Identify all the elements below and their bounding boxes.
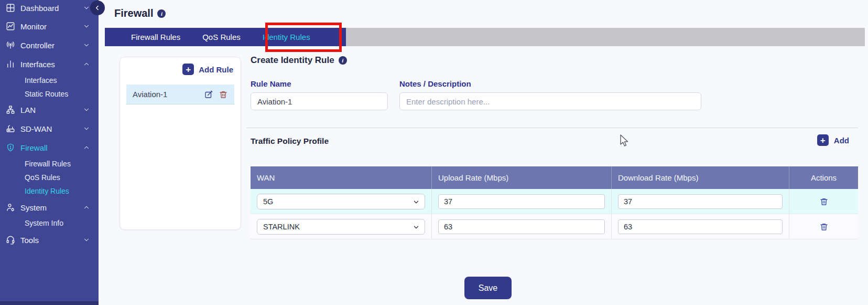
add-traffic-profile-button[interactable]: + Add xyxy=(817,134,849,146)
sidebar-item-firewall[interactable]: Firewall xyxy=(0,140,99,155)
save-button[interactable]: Save xyxy=(464,277,512,299)
sidebar-item-dashboard[interactable]: Dashboard xyxy=(0,0,99,16)
sidebar-subitem-static-routes[interactable]: Static Routes xyxy=(0,87,99,101)
tab-qos-rules[interactable]: QoS Rules xyxy=(202,33,241,41)
delete-icon[interactable] xyxy=(219,90,228,99)
sidebar-subitem-label: QoS Rules xyxy=(25,173,60,182)
create-identity-rule-title: Create Identity Rule i xyxy=(251,55,347,66)
sidebar-subitem-label: System Info xyxy=(25,219,63,227)
shield-icon xyxy=(5,142,16,153)
delete-icon[interactable] xyxy=(819,197,829,206)
sidebar-item-label: Monitor xyxy=(20,22,47,31)
sidebar-subitem-system-info[interactable]: System Info xyxy=(0,216,99,230)
sidebar-item-lan[interactable]: LAN xyxy=(0,102,99,118)
sidebar-item-label: Interfaces xyxy=(20,60,55,69)
sidebar-item-label: Firewall xyxy=(20,143,48,152)
sidebar-subitem-label: Identity Rules xyxy=(25,187,69,195)
chevron-down-icon xyxy=(83,41,90,49)
bar-chart-icon xyxy=(5,59,16,69)
sidebar-subitem-label: Interfaces xyxy=(25,76,57,85)
rule-name-text: Aviation-1 xyxy=(133,90,199,99)
rule-list-item[interactable]: Aviation-1 xyxy=(126,85,234,104)
add-rule-button[interactable]: + Add Rule xyxy=(182,64,233,75)
sidebar-subitem-identity-rules[interactable]: Identity Rules xyxy=(0,184,99,198)
download-rate-input[interactable] xyxy=(618,194,783,209)
chevron-up-icon xyxy=(83,144,90,151)
lan-network-icon xyxy=(5,104,16,115)
sidebar-item-sdwan[interactable]: SD-WAN xyxy=(0,121,99,136)
edit-icon[interactable] xyxy=(204,90,213,99)
sidebar-item-tools[interactable]: Tools xyxy=(0,232,99,248)
plus-icon: + xyxy=(817,134,829,146)
rule-name-input[interactable] xyxy=(251,92,388,110)
tab-firewall-rules[interactable]: Firewall Rules xyxy=(131,33,180,41)
traffic-policy-profile-label: Traffic Policy Profile xyxy=(251,136,329,146)
create-identity-rule-text: Create Identity Rule xyxy=(251,55,334,66)
add-label: Add xyxy=(834,136,849,145)
sidebar-item-label: LAN xyxy=(20,106,36,114)
sidebar-item-monitor[interactable]: Monitor xyxy=(0,18,99,34)
info-icon[interactable]: i xyxy=(157,9,166,18)
sidebar-item-label: Dashboard xyxy=(20,4,59,13)
plus-icon: + xyxy=(182,64,194,75)
sidebar-item-controller[interactable]: Controller xyxy=(0,37,99,53)
chevron-down-icon xyxy=(83,125,90,132)
chevron-up-icon xyxy=(83,204,90,211)
chevron-down-icon xyxy=(413,224,420,231)
chevron-down-icon xyxy=(83,106,90,113)
sidebar-item-label: System xyxy=(20,203,47,212)
main-content: Firewall i Firewall Rules QoS Rules Iden… xyxy=(99,0,868,305)
chevron-left-icon xyxy=(94,4,101,12)
monitor-icon xyxy=(5,21,16,31)
mouse-cursor xyxy=(619,134,630,148)
wan-select-value: 5G xyxy=(263,197,273,206)
sidebar-item-label: Tools xyxy=(20,236,39,245)
wan-select[interactable]: 5G xyxy=(257,194,425,209)
add-rule-label: Add Rule xyxy=(199,65,233,74)
traffic-policy-table: WAN Upload Rate (Mbps) Download Rate (Mb… xyxy=(251,166,858,239)
tab-identity-rules[interactable]: Identity Rules xyxy=(263,33,310,41)
router-icon xyxy=(5,123,16,134)
sidebar-subitem-firewall-rules[interactable]: Firewall Rules xyxy=(0,157,99,171)
wan-select-value: STARLINK xyxy=(263,223,300,231)
sidebar-subitem-interfaces[interactable]: Interfaces xyxy=(0,73,99,87)
controller-antenna-icon xyxy=(5,40,16,50)
chevron-up-icon xyxy=(83,60,90,68)
chevron-down-icon xyxy=(413,198,420,206)
sidebar-subitem-qos-rules[interactable]: QoS Rules xyxy=(0,171,99,184)
sidebar-item-label: SD-WAN xyxy=(20,124,52,133)
page-title-text: Firewall xyxy=(114,7,153,19)
sidebar-bottom-strip xyxy=(0,301,99,305)
tab-bar-active-section: Firewall Rules QoS Rules Identity Rules xyxy=(105,28,346,46)
notes-description-input[interactable] xyxy=(399,92,701,110)
download-rate-input[interactable] xyxy=(618,219,783,234)
info-icon[interactable]: i xyxy=(339,56,347,65)
delete-icon[interactable] xyxy=(819,222,829,232)
sidebar-subitem-label: Static Routes xyxy=(25,90,68,98)
user-gear-icon xyxy=(5,202,16,213)
chevron-down-icon xyxy=(83,4,90,12)
table-header-row: WAN Upload Rate (Mbps) Download Rate (Mb… xyxy=(251,166,858,189)
upload-rate-input[interactable] xyxy=(438,219,605,234)
page-title: Firewall i xyxy=(114,7,166,19)
sidebar-subitem-label: Firewall Rules xyxy=(25,160,71,168)
sidebar-item-label: Controller xyxy=(20,41,55,50)
sidebar-item-interfaces[interactable]: Interfaces xyxy=(0,56,99,72)
column-header-download: Download Rate (Mbps) xyxy=(612,166,789,189)
tab-bar: Firewall Rules QoS Rules Identity Rules xyxy=(105,28,865,46)
sidebar-collapse-button[interactable] xyxy=(90,1,105,15)
table-row: STARLINK xyxy=(251,214,858,239)
sidebar: Dashboard Monitor Controller Interfaces xyxy=(0,0,99,305)
section-divider xyxy=(246,128,858,128)
wan-select[interactable]: STARLINK xyxy=(257,219,425,235)
sidebar-item-system[interactable]: System xyxy=(0,199,99,215)
notes-description-label: Notes / Description xyxy=(399,79,471,88)
column-header-actions: Actions xyxy=(789,166,858,189)
headset-icon xyxy=(5,235,16,245)
upload-rate-input[interactable] xyxy=(438,194,605,209)
dashboard-icon xyxy=(5,3,16,13)
app-window: Dashboard Monitor Controller Interfaces xyxy=(0,0,868,305)
rule-list-card: + Add Rule Aviation-1 xyxy=(120,57,241,230)
chevron-down-icon xyxy=(83,236,90,244)
table-row: 5G xyxy=(251,189,858,214)
